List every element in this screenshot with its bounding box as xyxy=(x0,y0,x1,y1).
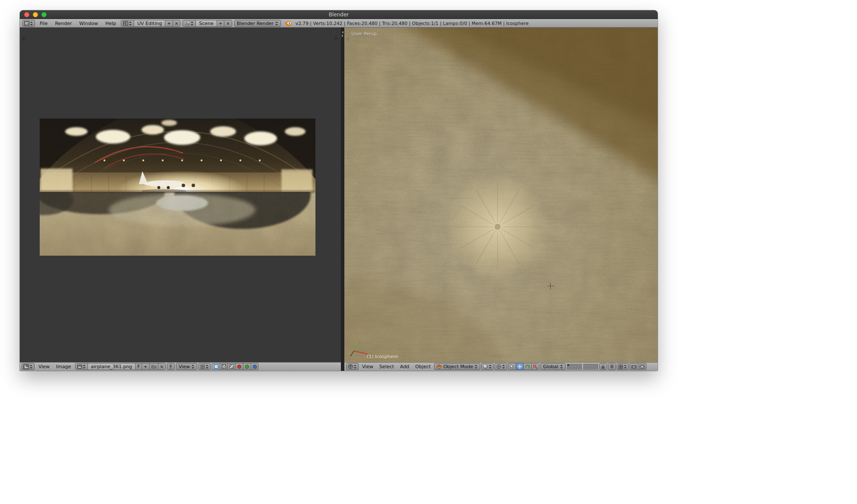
blender-window: Blender File Render Window Help xyxy=(20,10,658,371)
area-splitter[interactable] xyxy=(341,28,344,371)
cursor-crosshair xyxy=(547,283,554,290)
vp-menu-view[interactable]: View xyxy=(359,364,376,369)
image-editor-icon xyxy=(23,364,29,369)
magnet-icon xyxy=(610,364,614,369)
mini-axis-gizmo xyxy=(349,340,369,358)
pin-icon xyxy=(169,364,173,369)
area-corner-widget[interactable] xyxy=(650,36,655,41)
uv-editor-header: View Image airplane_361.png F + xyxy=(20,362,341,371)
vp-menu-add[interactable]: Add xyxy=(397,364,412,369)
viewport-canvas[interactable]: User Persp (1) Icosphere xyxy=(344,28,658,362)
pivot-center-dropdown[interactable] xyxy=(495,363,507,370)
screen-layout-icon xyxy=(123,21,128,25)
dropdown-arrows-icon xyxy=(354,365,357,369)
vp-menu-select[interactable]: Select xyxy=(377,364,397,369)
uv-image-editor: View Image airplane_361.png F + xyxy=(20,28,341,371)
scene-add-button[interactable]: + xyxy=(217,20,224,26)
minimize-button[interactable] xyxy=(33,12,38,17)
mode-dropdown[interactable]: Object Mode xyxy=(434,363,480,370)
vp-menu-object[interactable]: Object xyxy=(413,364,433,369)
channel-red-button[interactable] xyxy=(235,363,243,370)
image-datablock: airplane_361.png F + × xyxy=(75,363,166,370)
image-icon xyxy=(77,365,82,369)
opengl-render-group xyxy=(630,363,646,370)
menu-file[interactable]: File xyxy=(37,21,50,26)
translate-manipulator-button[interactable] xyxy=(516,363,523,370)
dropdown-arrows-icon xyxy=(30,365,33,369)
image-name-field[interactable]: airplane_361.png xyxy=(88,363,136,369)
channel-blue-button[interactable] xyxy=(251,363,258,370)
folder-icon xyxy=(151,365,156,369)
uv-editor-canvas[interactable] xyxy=(20,28,341,362)
channel-green-button[interactable] xyxy=(243,363,251,370)
scene-browse-button[interactable] xyxy=(183,20,196,26)
channel-alpha-button[interactable] xyxy=(220,363,227,370)
camera-icon xyxy=(631,365,636,369)
screen-layout-name[interactable]: UV Editing xyxy=(134,20,165,26)
alpha-checker-icon xyxy=(222,364,226,369)
rotate-manipulator-button[interactable] xyxy=(523,363,531,370)
scene-selector: Scene + × xyxy=(183,20,232,27)
viewport-shading-dropdown[interactable] xyxy=(481,363,494,370)
manipulator-toggle-button[interactable] xyxy=(508,363,516,370)
snap-increment-icon xyxy=(618,364,623,369)
titlebar: Blender xyxy=(20,10,658,19)
fake-user-button[interactable]: F xyxy=(135,363,142,369)
film-icon xyxy=(640,365,645,369)
layers-widget-right[interactable] xyxy=(583,364,598,369)
opengl-render-button[interactable] xyxy=(630,363,638,370)
area-corner-widget[interactable] xyxy=(346,36,350,41)
pointer-icon xyxy=(510,364,514,369)
screen-layout-delete-button[interactable]: × xyxy=(173,20,180,26)
lock-icon xyxy=(601,364,605,369)
zoom-button[interactable] xyxy=(41,12,47,17)
scene-icon xyxy=(185,21,190,25)
open-image-button[interactable] xyxy=(150,363,158,369)
scene-name[interactable]: Scene xyxy=(196,20,217,26)
uv-menu-view[interactable]: View xyxy=(36,364,52,369)
snap-element-dropdown[interactable] xyxy=(617,363,629,370)
layers-widget-left[interactable] xyxy=(567,364,582,369)
viewport-3d: User Persp (1) Icosphere xyxy=(344,28,658,371)
snap-toggle-button[interactable] xyxy=(608,363,616,370)
red-channel-icon xyxy=(237,365,241,369)
shading-sphere-icon xyxy=(483,364,488,369)
uv-sticky-selection-dropdown[interactable] xyxy=(198,363,211,370)
info-editor-icon xyxy=(24,21,29,25)
blue-channel-icon xyxy=(253,365,257,369)
uv-view-dropdown[interactable]: View xyxy=(176,363,197,370)
rgb-slash-icon xyxy=(230,364,234,369)
transform-orientation-dropdown[interactable]: Global xyxy=(540,363,565,370)
scene-delete-button[interactable]: × xyxy=(224,20,231,26)
screen-layout-add-button[interactable]: + xyxy=(165,20,173,26)
editor-type-button-image[interactable] xyxy=(22,363,35,370)
window-title: Blender xyxy=(329,12,349,18)
menu-render[interactable]: Render xyxy=(52,21,74,26)
active-object-label: (1) Icosphere xyxy=(367,354,398,360)
screen-layout-browse-button[interactable] xyxy=(121,20,134,26)
menu-window[interactable]: Window xyxy=(77,21,101,26)
lock-to-scene-button[interactable] xyxy=(599,363,607,370)
screen-layout-selector: UV Editing + × xyxy=(121,20,180,27)
channel-color-alpha-button[interactable] xyxy=(212,363,220,370)
uv-menu-image[interactable]: Image xyxy=(54,364,73,369)
channel-rgb-button[interactable] xyxy=(227,363,235,370)
pin-button[interactable] xyxy=(167,363,175,370)
area-corner-widget[interactable] xyxy=(21,36,26,41)
area-corner-widget[interactable] xyxy=(334,36,338,41)
render-engine-dropdown[interactable]: Blender Render xyxy=(234,20,281,27)
close-button[interactable] xyxy=(24,12,29,17)
unlink-image-button[interactable]: × xyxy=(158,363,165,369)
image-browse-button[interactable] xyxy=(76,363,88,369)
desktop: Blender File Render Window Help xyxy=(0,0,857,504)
editor-type-button-3d-view[interactable] xyxy=(346,363,359,370)
sticky-selection-icon xyxy=(200,364,205,369)
opengl-render-anim-button[interactable] xyxy=(638,363,646,370)
editor-type-button-info[interactable] xyxy=(22,20,35,27)
scale-manipulator-button[interactable] xyxy=(531,363,539,370)
dropdown-arrows-icon xyxy=(83,365,86,369)
object-mode-cube-icon xyxy=(437,364,441,369)
new-image-button[interactable]: + xyxy=(142,363,149,369)
viewport-3d-icon xyxy=(348,364,353,369)
menu-help[interactable]: Help xyxy=(103,21,119,26)
